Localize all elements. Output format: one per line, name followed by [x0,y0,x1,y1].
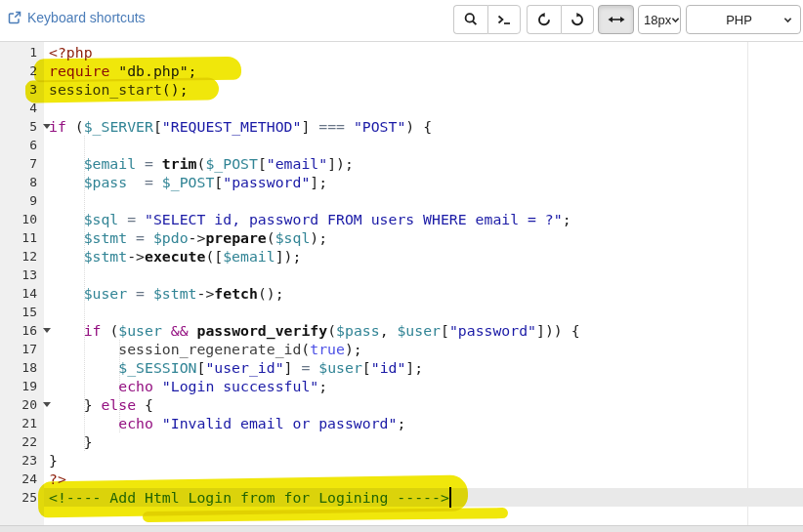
language-select[interactable]: PHP [686,5,801,34]
code-line[interactable] [44,136,803,154]
line-number: 5 [29,119,37,134]
line-number: 6 [29,138,37,152]
line-number: 12 [21,249,37,264]
language-value: PHP [695,13,783,27]
chevron-down-icon [671,16,680,24]
gutter-cell[interactable]: 18 [0,358,44,377]
gutter-cell[interactable]: 8 [0,173,44,191]
code-line[interactable]: echo "Invalid email or password"; [44,414,803,432]
line-number: 20 [21,397,37,412]
code-line[interactable]: session_regenerate_id(true); [44,340,803,358]
arrows-horizontal-icon [608,14,625,25]
php-sandbox-app: Keyboard shortcuts [0,0,803,532]
external-link-icon [8,11,21,24]
search-icon [463,12,479,27]
redo-icon [570,12,585,27]
search-terminal-group [453,5,521,34]
gutter-cell[interactable]: 15 [0,303,44,321]
font-size-select[interactable]: 18px [638,5,681,34]
code-line[interactable]: $stmt = $pdo->prepare($sql); [44,228,803,247]
line-number: 22 [21,434,37,449]
gutter-cell[interactable]: 21 [0,414,44,432]
code-line[interactable]: $email = trim($_POST["email"]); [44,154,803,173]
code-line[interactable] [44,99,803,117]
code-line[interactable]: $stmt->execute([$email]); [44,247,803,266]
line-number: 25 [21,490,37,505]
gutter-cell[interactable]: 9 [0,191,44,210]
code-line[interactable]: } [44,451,803,470]
gutter-cell[interactable]: 7 [0,154,44,173]
code-line[interactable]: $_SESSION["user_id"] = $user["id"]; [44,358,803,377]
line-number: 7 [29,156,37,171]
code-line[interactable] [44,191,803,210]
code-line[interactable] [44,266,803,284]
gutter-cell[interactable]: 16 [0,321,44,340]
code-line[interactable] [44,303,803,321]
gutter-cell[interactable]: 10 [0,210,44,228]
line-number: 9 [29,193,37,208]
fit-width-button[interactable] [598,5,634,34]
line-number: 15 [21,305,37,319]
code-line[interactable]: $pass = $_POST["password"]; [44,173,803,191]
line-number: 19 [21,379,37,393]
horizontal-scrollbar-track[interactable] [0,525,803,532]
code-line[interactable]: echo "Login successful"; [44,377,803,395]
code-line[interactable]: $user = $stmt->fetch(); [44,284,803,303]
line-number: 13 [21,267,37,282]
keyboard-shortcuts-label: Keyboard shortcuts [27,10,146,25]
gutter-cell[interactable]: 24 [0,470,44,488]
code-line[interactable]: $sql = "SELECT id, password FROM users W… [44,210,803,228]
line-number: 23 [21,453,37,468]
undo-icon [536,12,552,27]
terminal-button[interactable] [487,5,522,34]
line-number: 10 [21,212,37,226]
gutter-cell[interactable]: 20 [0,395,44,414]
line-number: 8 [29,175,37,189]
line-number: 18 [21,360,37,375]
gutter-cell[interactable]: 11 [0,228,44,247]
highlight-marker [25,77,219,102]
undo-button[interactable] [527,5,561,34]
gutter-cell[interactable]: 14 [0,284,44,303]
terminal-icon [496,12,512,27]
gutter-cell[interactable]: 22 [0,432,44,451]
gutter-cell[interactable]: 12 [0,247,44,266]
undo-redo-group [527,5,594,34]
code-line[interactable]: } [44,432,803,451]
gutter-cell[interactable]: 23 [0,451,44,470]
gutter-cell[interactable]: 13 [0,266,44,284]
line-number: 24 [21,471,37,486]
gutter-cell[interactable]: 5 [0,117,44,136]
keyboard-shortcuts-link[interactable]: Keyboard shortcuts [8,10,146,25]
code-editor[interactable]: 1234567891011121314151617181920212223242… [0,42,803,532]
line-number: 21 [21,416,37,430]
code-line[interactable]: if ($_SERVER["REQUEST_METHOD"] === "POST… [44,117,803,136]
font-size-value: 18px [644,13,671,27]
line-number: 1 [29,45,37,60]
code-line[interactable]: if ($user && password_verify($pass, $use… [44,321,803,340]
line-number: 16 [21,323,37,338]
chevron-down-icon [783,16,792,24]
code-line[interactable]: } else { [44,395,803,414]
line-number: 14 [21,286,37,301]
toolbar: Keyboard shortcuts [0,0,803,42]
gutter[interactable]: 1234567891011121314151617181920212223242… [0,42,44,525]
redo-button[interactable] [561,5,595,34]
line-number: 17 [21,342,37,356]
gutter-cell[interactable]: 17 [0,340,44,358]
text-cursor [449,487,451,508]
gutter-cell[interactable]: 19 [0,377,44,395]
line-number: 11 [21,230,37,245]
gutter-cell[interactable]: 6 [0,136,44,154]
code-lines[interactable]: <?phprequire "db.php";session_start();if… [44,43,803,507]
gutter-cell[interactable]: 1 [0,43,44,61]
search-button[interactable] [453,5,487,34]
